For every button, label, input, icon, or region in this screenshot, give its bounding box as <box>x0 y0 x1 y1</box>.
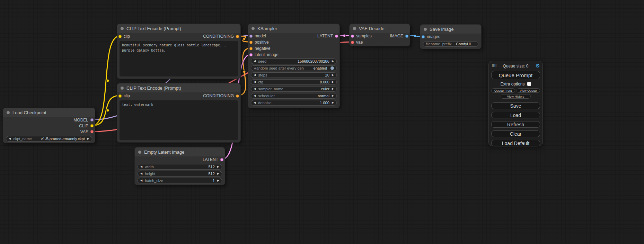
queue-prompt-button[interactable]: Queue Prompt <box>491 71 540 79</box>
widget-denoise[interactable]: ◀ denoise 1.000 ▶ <box>251 100 337 106</box>
collapse-dot-icon[interactable] <box>7 111 10 114</box>
wire-midpoint-dot <box>106 109 109 112</box>
collapse-dot-icon[interactable] <box>121 87 124 90</box>
output-port-model[interactable] <box>90 118 94 121</box>
widget-sampler-name[interactable]: ◀ sampler_name euler ▶ <box>251 86 337 92</box>
settings-gear-icon[interactable]: ⚙ <box>536 63 540 69</box>
input-port-model[interactable] <box>249 35 253 38</box>
toggle-enabled-indicator[interactable] <box>330 66 334 70</box>
decrement-arrow-icon[interactable]: ◀ <box>254 81 256 83</box>
node-title: Save Image <box>430 27 453 32</box>
decrement-arrow-icon[interactable]: ◀ <box>254 60 256 63</box>
queue-front-button[interactable]: Queue Front <box>491 88 515 93</box>
node-title: KSampler <box>257 26 277 31</box>
increment-arrow-icon[interactable]: ▶ <box>332 88 334 90</box>
widget-steps[interactable]: ◀ steps 20 ▶ <box>251 72 337 78</box>
view-queue-button[interactable]: View Queue <box>517 88 540 93</box>
input-port-clip[interactable] <box>118 35 122 38</box>
increment-arrow-icon[interactable]: ▶ <box>332 81 334 83</box>
node-clip-text-encode-negative[interactable]: CLIP Text Encode (Prompt) clip CONDITION… <box>117 83 241 143</box>
decrement-arrow-icon[interactable]: ◀ <box>140 172 142 175</box>
decrement-arrow-icon[interactable]: ◀ <box>254 74 256 76</box>
input-label-latent-image: latent_image <box>255 52 279 57</box>
widget-label: ckpt_name <box>13 137 32 141</box>
widget-width[interactable]: ◀ width 512 ▶ <box>138 164 222 170</box>
decrement-arrow-icon[interactable]: ◀ <box>254 101 256 104</box>
widget-value: 1.000 <box>320 101 329 105</box>
output-port-latent[interactable] <box>220 158 223 161</box>
output-label-image: IMAGE <box>390 34 403 38</box>
output-port-latent[interactable] <box>335 35 338 38</box>
input-label-positive: positive <box>255 40 269 45</box>
node-vae-decode[interactable]: VAE Decode samples IMAGE vae <box>349 24 410 46</box>
input-port-vae[interactable] <box>351 41 354 44</box>
output-port-vae[interactable] <box>90 130 94 133</box>
node-title-bar[interactable]: VAE Decode <box>350 24 410 33</box>
collapse-dot-icon[interactable] <box>138 151 141 154</box>
widget-filename-prefix[interactable]: filename_prefix ComfyUI <box>423 41 478 47</box>
input-port-negative[interactable] <box>249 47 253 50</box>
node-save-image[interactable]: Save Image images filename_prefix ComfyU… <box>420 24 482 49</box>
node-graph-canvas[interactable]: Load Checkpoint MODEL CLIP VAE ◀ ckpt_na… <box>0 0 644 244</box>
input-port-clip[interactable] <box>118 94 122 98</box>
output-port-conditioning[interactable] <box>236 94 239 98</box>
input-port-samples[interactable] <box>351 35 354 38</box>
extra-options-checkbox[interactable] <box>527 82 531 86</box>
widget-cfg[interactable]: ◀ cfg 8.000 ▶ <box>251 79 337 85</box>
collapse-dot-icon[interactable] <box>424 28 427 31</box>
clear-button[interactable]: Clear <box>491 130 540 137</box>
increment-arrow-icon[interactable]: ▶ <box>87 137 89 140</box>
widget-label: batch_size <box>145 179 163 183</box>
widget-label: seed <box>258 59 266 63</box>
input-port-positive[interactable] <box>249 41 253 44</box>
increment-arrow-icon[interactable]: ▶ <box>217 179 219 182</box>
prompt-textarea[interactable]: beautiful scenery nature glass bottle la… <box>120 41 238 76</box>
widget-seed[interactable]: ◀ seed 156680208700286 ▶ <box>251 58 337 64</box>
refresh-button[interactable]: Refresh <box>491 121 540 128</box>
node-empty-latent-image[interactable]: Empty Latent Image LATENT ◀ width 512 ▶ … <box>134 147 225 185</box>
prompt-textarea[interactable]: text, watermark <box>120 100 238 140</box>
input-label-vae: vae <box>356 40 363 45</box>
view-history-button[interactable]: View History <box>501 94 531 99</box>
collapse-dot-icon[interactable] <box>121 27 124 30</box>
node-clip-text-encode-positive[interactable]: CLIP Text Encode (Prompt) clip CONDITION… <box>117 24 241 79</box>
extra-options-row: Extra options <box>491 82 540 86</box>
decrement-arrow-icon[interactable]: ◀ <box>140 179 142 182</box>
node-title-bar[interactable]: Save Image <box>420 25 481 34</box>
load-default-button[interactable]: Load Default <box>491 140 540 146</box>
widget-random-seed-toggle[interactable]: Random seed after every gen enabled <box>251 65 337 71</box>
input-port-images[interactable] <box>422 35 425 38</box>
node-title-bar[interactable]: KSampler <box>248 24 339 33</box>
decrement-arrow-icon[interactable]: ◀ <box>9 137 11 140</box>
node-load-checkpoint[interactable]: Load Checkpoint MODEL CLIP VAE ◀ ckpt_na… <box>3 108 95 143</box>
input-port-latent-image[interactable] <box>249 53 253 56</box>
increment-arrow-icon[interactable]: ▶ <box>217 165 219 168</box>
widget-batch-size[interactable]: ◀ batch_size 1 ▶ <box>138 178 222 183</box>
widget-scheduler[interactable]: ◀ scheduler normal ▶ <box>251 93 337 99</box>
node-ksampler[interactable]: KSampler model LATENT positive negative <box>248 24 340 108</box>
widget-ckpt-name[interactable]: ◀ ckpt_name v1-5-pruned-emaonly.ckpt ▶ <box>6 136 92 142</box>
save-button[interactable]: Save <box>491 102 540 109</box>
queue-size-label: Queue size: 0 <box>503 64 528 69</box>
increment-arrow-icon[interactable]: ▶ <box>217 172 219 175</box>
increment-arrow-icon[interactable]: ▶ <box>332 74 334 76</box>
node-title-bar[interactable]: Load Checkpoint <box>3 108 95 117</box>
widget-label: scheduler <box>258 94 275 98</box>
output-port-clip[interactable] <box>90 124 94 127</box>
collapse-dot-icon[interactable] <box>252 27 255 30</box>
decrement-arrow-icon[interactable]: ◀ <box>140 165 142 168</box>
node-title-bar[interactable]: Empty Latent Image <box>135 147 225 156</box>
collapse-dot-icon[interactable] <box>353 27 356 30</box>
node-title-bar[interactable]: CLIP Text Encode (Prompt) <box>117 83 240 92</box>
node-title-bar[interactable]: CLIP Text Encode (Prompt) <box>117 24 240 33</box>
output-port-image[interactable] <box>405 35 408 38</box>
output-port-conditioning[interactable] <box>236 35 239 38</box>
widget-height[interactable]: ◀ height 512 ▶ <box>138 171 222 177</box>
decrement-arrow-icon[interactable]: ◀ <box>254 88 256 90</box>
increment-arrow-icon[interactable]: ▶ <box>332 94 334 97</box>
increment-arrow-icon[interactable]: ▶ <box>332 101 334 104</box>
drag-handle-icon[interactable]: ⠿⠿ <box>492 64 496 68</box>
decrement-arrow-icon[interactable]: ◀ <box>254 94 256 97</box>
increment-arrow-icon[interactable]: ▶ <box>332 60 334 63</box>
load-button[interactable]: Load <box>491 112 540 118</box>
